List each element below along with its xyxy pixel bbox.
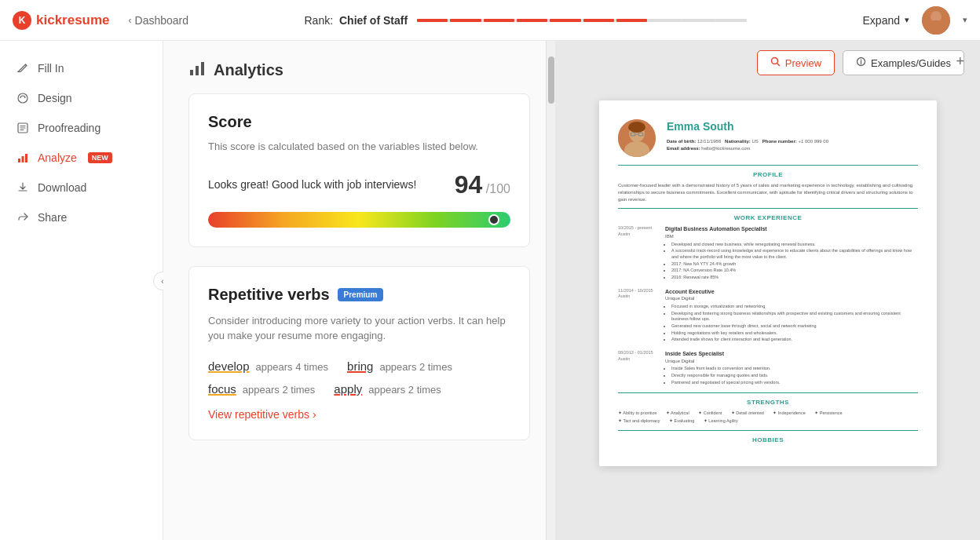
resume-header-section: Emma South Date of birth: 12/11/1988 Nat… [618,119,918,157]
work-entry-0: 10/2015 - present Austin Digital Busines… [618,225,918,281]
svg-rect-3 [927,20,945,35]
resume-photo [618,119,656,157]
rank-label: Rank: Chief of Staff [305,14,408,27]
strengths-row: ✦ Ability to prioritize ✦ Analytical ✦ C… [618,410,918,425]
verb-item-1: bring appears 2 times [347,359,452,373]
work-bullets-1: Focused in storage, virtualization and n… [665,304,918,343]
scroll-indicator[interactable] [546,41,555,540]
svg-rect-8 [25,154,27,162]
view-repetitive-verbs-link[interactable]: View repetitive verbs › [208,408,510,421]
sidebar-item-share[interactable]: Share [0,202,163,232]
verb-word-apply: apply [334,382,362,396]
analytics-panel: Analytics Score This score is calculated… [163,41,556,540]
resume-toolbar: + Preview [556,41,980,85]
svg-rect-10 [196,66,199,75]
examples-guides-button[interactable]: Examples/Guides [843,50,964,75]
score-bar [208,212,510,228]
sidebar: Fill In Design Proofreading [0,41,163,540]
score-message: Looks great! Good luck with job intervie… [208,178,416,191]
premium-badge: Premium [338,288,384,301]
rank-segments [417,19,747,22]
svg-rect-11 [201,62,204,75]
fill-in-icon [16,61,30,75]
rank-progress-bar [417,19,747,22]
resume-divider-work [618,208,918,209]
work-entry-1: 11/2014 - 10/2015 Austin Account Executi… [618,288,918,344]
verb-word-develop: develop [208,359,250,373]
work-detail-2: Inside Sales Specialist Unique Digital I… [665,350,918,386]
share-icon [16,210,30,224]
verbs-card: Repetitive verbs Premium Consider introd… [188,266,530,440]
svg-rect-6 [18,159,20,162]
add-section-button[interactable]: + [956,53,964,70]
verb-word-bring: bring [347,359,373,373]
score-description: This score is calculated based on the va… [208,139,510,155]
preview-button[interactable]: Preview [757,50,835,75]
work-bullets-0: Developed and closed new business, while… [665,242,918,281]
sidebar-item-analyze[interactable]: Analyze NEW [0,143,163,173]
verb-item-2: focus appears 2 times [208,382,315,396]
resume-section-profile-title: Profile [618,170,918,179]
svg-point-21 [628,122,645,133]
resume-section-work-title: Work experience [618,213,918,222]
search-icon [770,57,781,69]
svg-point-4 [18,93,27,103]
resume-panel: + Preview [556,41,980,540]
verbs-description: Consider introducing more variety to you… [208,313,510,344]
avatar-image [922,6,950,35]
resume-divider-hobbies [618,430,918,431]
sidebar-item-proofreading[interactable]: Proofreading [0,113,163,143]
resume-section-hobbies-title: Hobbies [618,436,918,444]
work-date-2: 08/2013 - 01/2015 Austin [618,350,659,386]
logo-icon: K [13,11,31,30]
resume-info: Date of birth: 12/11/1988 Nationality: U… [667,138,828,153]
verb-count-bring: appears 2 times [379,361,452,373]
verbs-grid: develop appears 4 times bring appears 2 … [208,359,510,396]
design-icon [16,91,30,105]
back-chevron-icon: ‹ [129,15,132,26]
score-value: 94 /100 [455,170,510,199]
work-date-0: 10/2015 - present Austin [618,225,659,281]
resume-section-strengths-title: Strengths [618,398,918,407]
rank-section: Rank: Chief of Staff [201,14,850,27]
avatar[interactable] [922,6,950,35]
svg-rect-7 [22,156,24,162]
verb-word-focus: focus [208,382,236,396]
back-button[interactable]: ‹ Dashboard [129,14,189,27]
download-icon [16,181,30,195]
resume-divider-strengths [618,392,918,393]
sidebar-item-download[interactable]: Download [0,173,163,202]
verb-count-develop: appears 4 times [256,361,329,373]
score-title: Score [208,113,510,131]
sidebar-item-fill-in[interactable]: Fill In [0,53,163,83]
expand-chevron-icon: ▾ [905,15,909,25]
svg-point-1 [931,11,942,22]
view-link-arrow-icon: › [313,408,316,421]
content-area: Analytics Score This score is calculated… [163,41,980,540]
analytics-icon [188,60,206,81]
verbs-title: Repetitive verbs [208,286,330,304]
guide-icon [856,57,866,69]
resume-page: Emma South Date of birth: 12/11/1988 Nat… [599,100,937,466]
avatar-chevron-icon: ▾ [963,15,967,25]
sidebar-item-design[interactable]: Design [0,83,163,113]
verbs-header: Repetitive verbs Premium [208,286,510,304]
work-date-1: 11/2014 - 10/2015 Austin [618,288,659,344]
analyze-icon [16,151,30,165]
expand-button[interactable]: Expand ▾ [863,14,909,27]
verb-item-3: apply appears 2 times [334,382,441,396]
resume-name-section: Emma South Date of birth: 12/11/1988 Nat… [667,119,828,157]
score-card: Score This score is calculated based on … [188,93,530,247]
resume-content: Emma South Date of birth: 12/11/1988 Nat… [556,85,980,540]
work-entry-2: 08/2013 - 01/2015 Austin Inside Sales Sp… [618,350,918,386]
resume-divider-profile [618,165,918,166]
resume-profile-text: Customer-focused leader with a demonstra… [618,182,918,203]
analyze-new-badge: NEW [88,152,112,163]
score-row: Looks great! Good luck with job intervie… [208,170,510,199]
verb-count-focus: appears 2 times [243,384,316,396]
svg-rect-9 [190,70,193,75]
analytics-header: Analytics [163,41,555,93]
scroll-thumb [548,57,554,104]
logo[interactable]: K kickresume [13,11,110,30]
verb-item-0: develop appears 4 times [208,359,328,373]
